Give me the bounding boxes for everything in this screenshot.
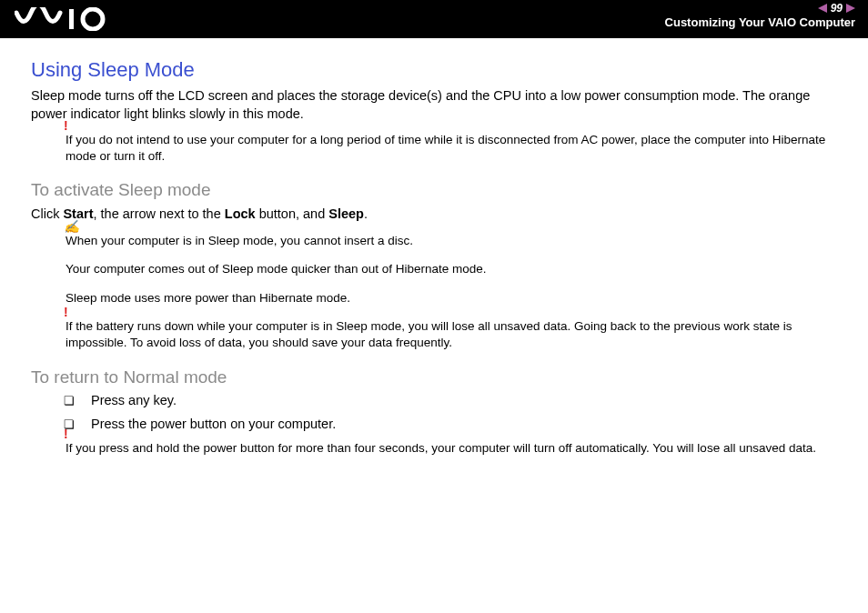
warning-block-3: ! If you press and hold the power button… <box>66 440 844 457</box>
warning-icon: ! <box>64 426 68 442</box>
pencil-icon: ✍ <box>64 218 79 235</box>
instr-part: button, and <box>256 206 329 221</box>
warning-text-3: If you press and hold the power button f… <box>66 440 844 457</box>
list-item: Press any key. <box>64 393 844 407</box>
instr-bold: Sleep <box>328 206 364 221</box>
warning-text-1: If you do not intend to use your compute… <box>66 132 844 164</box>
return-steps-list: Press any key. Press the power button on… <box>64 393 844 431</box>
prev-page-arrow-icon[interactable] <box>818 4 827 13</box>
activate-instruction: Click Start, the arrow next to the Lock … <box>31 206 844 224</box>
instr-part: , the arrow next to the <box>94 206 225 221</box>
instr-part: Click <box>31 206 63 221</box>
note-text-1: When your computer is in Sleep mode, you… <box>66 233 844 249</box>
section-heading-return: To return to Normal mode <box>31 367 844 387</box>
page-nav-row: 99 <box>665 2 855 15</box>
note-block-pencil: ✍ When your computer is in Sleep mode, y… <box>66 233 844 306</box>
svg-point-1 <box>83 9 103 29</box>
vaio-logo <box>15 7 115 36</box>
page-title: Using Sleep Mode <box>31 58 844 82</box>
instr-part: . <box>364 206 368 221</box>
vaio-logo-svg <box>15 7 115 31</box>
instr-bold: Lock <box>225 206 256 221</box>
page-number: 99 <box>831 2 843 15</box>
header-bar: 99 Customizing Your VAIO Computer <box>0 0 868 38</box>
note-text-3: Sleep mode uses more power than Hibernat… <box>66 290 844 306</box>
content-area: Using Sleep Mode Sleep mode turns off th… <box>0 38 868 456</box>
note-text-2: Your computer comes out of Sleep mode qu… <box>66 261 844 277</box>
header-nav: 99 Customizing Your VAIO Computer <box>665 2 855 29</box>
header-section-title: Customizing Your VAIO Computer <box>665 15 855 29</box>
intro-paragraph: Sleep mode turns off the LCD screen and … <box>31 87 844 123</box>
warning-icon: ! <box>64 117 68 134</box>
warning-icon: ! <box>64 304 68 320</box>
warning-text-2: If the battery runs down while your comp… <box>66 318 844 350</box>
next-page-arrow-icon[interactable] <box>846 4 855 13</box>
list-item: Press the power button on your computer. <box>64 417 844 431</box>
warning-block-1: ! If you do not intend to use your compu… <box>66 132 844 164</box>
warning-block-2: ! If the battery runs down while your co… <box>66 318 844 350</box>
svg-rect-0 <box>69 9 74 29</box>
section-heading-activate: To activate Sleep mode <box>31 180 844 200</box>
